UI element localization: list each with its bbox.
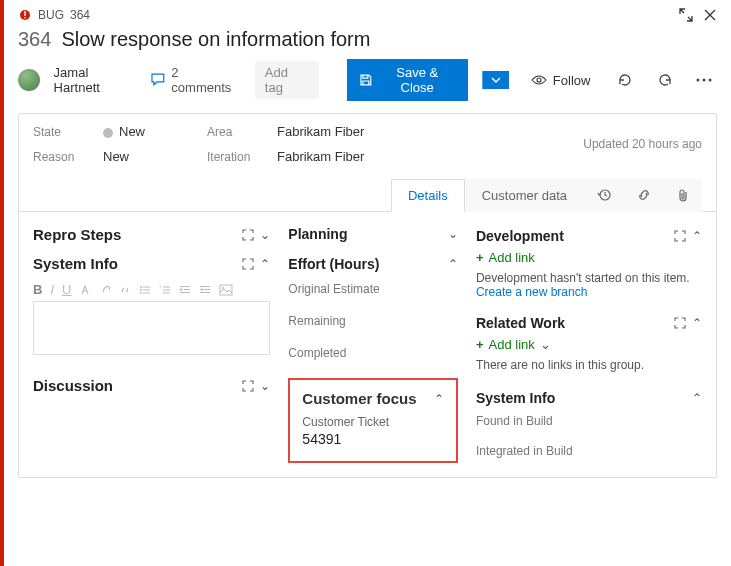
svg-point-4 xyxy=(697,79,700,82)
svg-rect-14 xyxy=(163,286,170,287)
tab-links[interactable] xyxy=(624,179,664,212)
outdent-button[interactable] xyxy=(179,284,191,296)
comments-count: 2 comments xyxy=(171,65,240,95)
completed-label[interactable]: Completed xyxy=(288,346,458,360)
close-icon[interactable] xyxy=(703,8,717,22)
svg-point-8 xyxy=(140,286,142,288)
history-icon xyxy=(597,188,611,202)
svg-rect-13 xyxy=(143,292,150,293)
area-value[interactable]: Fabrikam Fiber xyxy=(277,124,364,139)
svg-text:1: 1 xyxy=(159,284,162,289)
customer-ticket-label: Customer Ticket xyxy=(302,415,444,429)
remaining-label[interactable]: Remaining xyxy=(288,314,458,328)
bullet-list-button[interactable] xyxy=(139,284,151,296)
original-estimate-label[interactable]: Original Estimate xyxy=(288,282,458,296)
customer-ticket-value[interactable]: 54391 xyxy=(302,431,444,447)
svg-rect-15 xyxy=(163,289,170,290)
tab-attachments[interactable] xyxy=(664,179,702,212)
save-button-label: Save & Close xyxy=(379,65,456,95)
reason-label: Reason xyxy=(33,150,89,164)
iteration-value[interactable]: Fabrikam Fiber xyxy=(277,149,364,164)
plus-icon: + xyxy=(476,250,484,265)
svg-point-3 xyxy=(537,78,541,82)
link-button[interactable] xyxy=(119,284,131,296)
fullscreen-icon[interactable] xyxy=(242,380,254,392)
fullscreen-icon[interactable] xyxy=(674,317,686,329)
work-item-id: 364 xyxy=(18,28,51,51)
follow-button[interactable]: Follow xyxy=(523,69,599,92)
svg-rect-9 xyxy=(143,286,150,287)
tab-customer-data[interactable]: Customer data xyxy=(465,179,584,212)
system-info-right-title: System Info xyxy=(476,390,555,406)
svg-rect-2 xyxy=(24,17,25,18)
assignee-name[interactable]: Jamal Hartnett xyxy=(54,65,137,95)
bug-icon xyxy=(18,8,32,22)
underline-button[interactable]: U xyxy=(62,282,71,297)
svg-rect-19 xyxy=(184,289,190,290)
svg-rect-24 xyxy=(220,285,232,295)
state-dot-icon xyxy=(103,128,113,138)
indent-button[interactable] xyxy=(199,284,211,296)
svg-rect-16 xyxy=(163,292,170,293)
svg-point-10 xyxy=(140,289,142,291)
tab-bar: Details Customer data xyxy=(19,178,716,212)
work-item-type-label: BUG xyxy=(38,8,64,22)
customer-focus-title: Customer focus xyxy=(302,390,416,407)
state-label: State xyxy=(33,125,89,139)
related-work-title: Related Work xyxy=(476,315,565,331)
bold-button[interactable]: B xyxy=(33,282,42,297)
comments-button[interactable]: 2 comments xyxy=(151,65,241,95)
link-icon xyxy=(637,188,651,202)
svg-point-5 xyxy=(703,79,706,82)
state-value[interactable]: New xyxy=(103,124,193,139)
reason-value[interactable]: New xyxy=(103,149,193,164)
chevron-up-icon[interactable]: ⌃ xyxy=(692,391,702,405)
numbered-list-button[interactable]: 1 xyxy=(159,284,171,296)
chevron-down-icon[interactable]: ⌄ xyxy=(260,379,270,393)
customer-focus-section: Customer focus ⌃ Customer Ticket 54391 xyxy=(288,378,458,463)
work-item-title[interactable]: Slow response on information form xyxy=(61,28,370,51)
updated-timestamp: Updated 20 hours ago xyxy=(583,137,702,151)
fullscreen-icon[interactable] xyxy=(242,229,254,241)
chevron-up-icon[interactable]: ⌃ xyxy=(692,316,702,330)
rich-text-toolbar: B I U 1 xyxy=(33,278,270,301)
image-button[interactable] xyxy=(219,284,233,296)
save-and-close-button[interactable]: Save & Close xyxy=(347,59,468,101)
font-color-button[interactable] xyxy=(79,284,91,296)
chevron-up-icon[interactable]: ⌃ xyxy=(260,257,270,271)
add-tag-button[interactable]: Add tag xyxy=(255,61,319,99)
integrated-in-build-label[interactable]: Integrated in Build xyxy=(476,444,702,458)
svg-rect-11 xyxy=(143,289,150,290)
development-title: Development xyxy=(476,228,564,244)
create-branch-link[interactable]: Create a new branch xyxy=(476,285,702,299)
chevron-down-icon[interactable]: ⌄ xyxy=(260,228,270,242)
comment-icon xyxy=(151,73,167,87)
svg-rect-18 xyxy=(180,286,190,287)
refresh-button[interactable] xyxy=(612,67,638,93)
undo-button[interactable] xyxy=(652,67,678,93)
add-link-dev[interactable]: +Add link xyxy=(476,250,702,265)
chevron-up-icon[interactable]: ⌃ xyxy=(692,229,702,243)
svg-point-12 xyxy=(140,292,142,294)
tab-details[interactable]: Details xyxy=(391,179,465,212)
add-link-related[interactable]: +Add link⌄ xyxy=(476,337,702,352)
system-info-title: System Info xyxy=(33,255,118,272)
fullscreen-icon[interactable] xyxy=(674,230,686,242)
iteration-label: Iteration xyxy=(207,150,263,164)
attachment-icon xyxy=(677,188,689,202)
expand-icon[interactable] xyxy=(679,8,693,22)
found-in-build-label[interactable]: Found in Build xyxy=(476,414,702,428)
chevron-up-icon[interactable]: ⌃ xyxy=(434,392,444,406)
chevron-down-icon: ⌄ xyxy=(540,337,551,352)
chevron-down-icon[interactable]: ⌄ xyxy=(448,227,458,241)
more-actions-button[interactable] xyxy=(691,67,717,93)
development-empty-text: Development hasn't started on this item. xyxy=(476,271,702,285)
italic-button[interactable]: I xyxy=(50,282,54,297)
avatar[interactable] xyxy=(18,69,40,91)
clip-button[interactable] xyxy=(99,284,111,296)
chevron-up-icon[interactable]: ⌃ xyxy=(448,257,458,271)
save-dropdown-button[interactable] xyxy=(482,71,509,89)
tab-history[interactable] xyxy=(584,179,624,212)
fullscreen-icon[interactable] xyxy=(242,258,254,270)
system-info-editor[interactable] xyxy=(33,301,270,355)
